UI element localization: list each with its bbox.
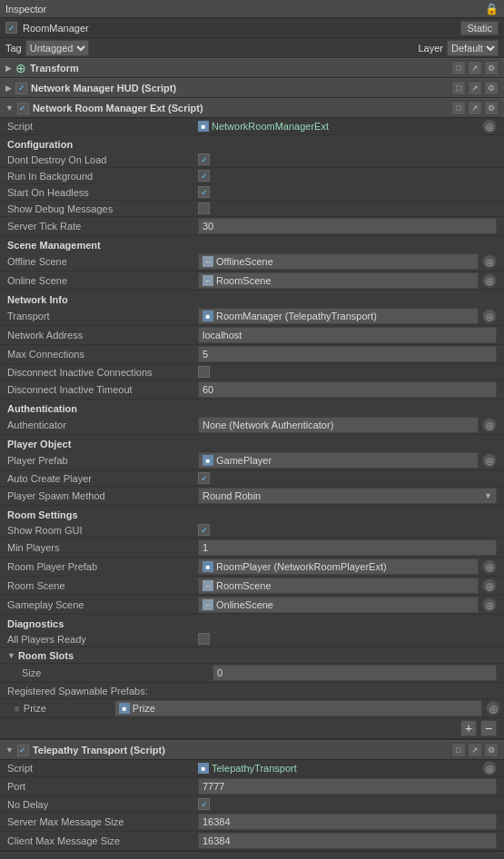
server-max-msg-row: Server Max Message Size <box>0 813 504 832</box>
network-manager-hud-header[interactable]: ▶ Network Manager HUD (Script) □ ↗ ⚙ <box>0 78 504 98</box>
telepathy-enabled-checkbox[interactable] <box>17 745 29 756</box>
auto-create-player-label: Auto Create Player <box>7 473 198 484</box>
player-spawn-label: Player Spawn Method <box>7 490 198 501</box>
player-spawn-dropdown[interactable]: Round Robin ▼ <box>198 488 497 504</box>
nrm-icon-1[interactable]: □ <box>451 101 466 115</box>
port-input[interactable] <box>198 778 497 795</box>
start-headless-row: Start On Headless <box>0 184 504 201</box>
room-scene-icon: ← <box>203 580 213 591</box>
authenticator-value: None (Network Authenticator) <box>203 420 333 430</box>
tag-layer-row: Tag Untagged Layer Default <box>0 38 504 58</box>
network-address-input[interactable] <box>198 327 497 343</box>
player-prefab-row: Player Prefab ■ GamePlayer ◎ <box>0 451 504 470</box>
nrm-script-row: Script ■ NetworkRoomManagerExt ◎ <box>0 118 504 135</box>
hud-enabled-checkbox[interactable] <box>15 83 27 94</box>
gameplay-scene-value: OnlineScene <box>216 599 273 610</box>
auto-create-player-checkbox[interactable] <box>198 472 210 484</box>
player-prefab-dropdown[interactable]: ■ GamePlayer <box>198 452 479 469</box>
run-background-checkbox[interactable] <box>198 170 210 182</box>
min-players-input[interactable] <box>198 539 497 556</box>
prize-dropdown[interactable]: ■ Prize <box>114 700 482 716</box>
network-address-label: Network Address <box>7 330 198 341</box>
telepathy-icon-2[interactable]: ↗ <box>468 743 482 757</box>
nrm-enabled-checkbox[interactable] <box>17 103 29 114</box>
telepathy-icon-3[interactable]: ⚙ <box>484 743 499 757</box>
prize-row: ≡ Prize ■ Prize ◎ <box>0 699 504 718</box>
prize-value: Prize <box>133 703 155 714</box>
player-prefab-circle[interactable]: ◎ <box>482 453 497 468</box>
transform-icon-2[interactable]: ↗ <box>468 61 482 75</box>
prize-circle[interactable]: ◎ <box>486 701 500 716</box>
authenticator-dropdown[interactable]: None (Network Authenticator) <box>198 417 479 433</box>
server-tick-input[interactable] <box>198 218 497 234</box>
nrm-icons: □ ↗ ⚙ <box>451 101 499 115</box>
no-delay-checkbox[interactable] <box>198 798 210 810</box>
add-prefab-button[interactable]: + <box>460 720 477 736</box>
room-player-prefab-dropdown[interactable]: ■ RoomPlayer (NetworkRoomPlayerExt) <box>198 558 479 575</box>
hud-icon-1[interactable]: □ <box>451 81 466 95</box>
max-connections-label: Max Connections <box>7 349 198 360</box>
room-scene-value: RoomScene <box>216 580 272 591</box>
transport-circle[interactable]: ◎ <box>482 309 497 323</box>
remove-prefab-button[interactable]: − <box>480 720 497 736</box>
offline-scene-circle[interactable]: ◎ <box>482 254 497 269</box>
room-player-prefab-icon: ■ <box>203 561 213 572</box>
room-scene-dropdown[interactable]: ← RoomScene <box>198 578 479 594</box>
show-debug-checkbox[interactable] <box>198 202 210 214</box>
room-scene-circle[interactable]: ◎ <box>482 578 497 593</box>
room-slots-size-input[interactable] <box>212 665 497 681</box>
nrm-title: Network Room Manager Ext (Script) <box>33 103 203 114</box>
gameplay-scene-label: Gameplay Scene <box>7 599 198 610</box>
network-room-manager-header[interactable]: ▼ Network Room Manager Ext (Script) □ ↗ … <box>0 98 504 118</box>
authenticator-circle[interactable]: ◎ <box>482 418 497 432</box>
offline-scene-dropdown[interactable]: ← OfflineScene <box>198 253 479 270</box>
layer-select[interactable]: Default <box>447 40 499 56</box>
room-slots-foldout[interactable]: ▼ Room Slots <box>0 647 504 664</box>
nrm-icon-2[interactable]: ↗ <box>468 101 482 115</box>
room-player-prefab-circle[interactable]: ◎ <box>482 559 497 574</box>
server-max-msg-input[interactable] <box>198 814 497 830</box>
telepathy-transport-header[interactable]: ▼ Telepathy Transport (Script) □ ↗ ⚙ <box>0 740 504 760</box>
disconnect-timeout-input[interactable] <box>198 381 497 398</box>
all-players-ready-checkbox[interactable] <box>198 633 210 645</box>
no-delay-row: No Delay <box>0 796 504 813</box>
client-max-msg-input[interactable] <box>198 833 497 849</box>
gameplay-scene-circle[interactable]: ◎ <box>482 597 497 612</box>
start-headless-checkbox[interactable] <box>198 186 210 198</box>
telepathy-title: Telepathy Transport (Script) <box>33 745 165 755</box>
room-settings-title: Room Settings <box>0 506 504 522</box>
max-connections-input[interactable] <box>198 346 497 362</box>
transport-dropdown[interactable]: ■ RoomManager (TelepathyTransport) <box>198 308 479 324</box>
tag-select[interactable]: Untagged <box>25 40 89 56</box>
telepathy-script-icon: ■ <box>198 763 209 774</box>
transform-section-header[interactable]: ▶ ⊕ Transform □ ↗ ⚙ <box>0 58 504 78</box>
offline-scene-icon: ← <box>203 256 213 267</box>
authenticator-label: Authenticator <box>7 420 198 430</box>
room-slots-arrow: ▼ <box>7 651 15 660</box>
dont-destroy-checkbox[interactable] <box>198 153 210 165</box>
transport-value: RoomManager (TelepathyTransport) <box>216 311 377 321</box>
hud-icon-3[interactable]: ⚙ <box>484 81 499 95</box>
static-button[interactable]: Static <box>460 21 499 35</box>
lock-icon[interactable]: 🔒 <box>485 3 499 15</box>
nrm-script-circle-btn[interactable]: ◎ <box>482 119 497 133</box>
room-player-prefab-value: RoomPlayer (NetworkRoomPlayerExt) <box>216 561 387 572</box>
disconnect-inactive-checkbox[interactable] <box>198 366 210 378</box>
telepathy-icon-1[interactable]: □ <box>451 743 466 757</box>
gameplay-scene-icon: ← <box>203 599 213 610</box>
show-room-gui-checkbox[interactable] <box>198 524 210 536</box>
object-enabled-checkbox[interactable] <box>5 22 17 34</box>
transform-icons: □ ↗ ⚙ <box>451 61 499 75</box>
online-scene-dropdown[interactable]: ← RoomScene <box>198 272 479 289</box>
hud-title: Network Manager HUD (Script) <box>31 83 176 94</box>
nrm-icon-3[interactable]: ⚙ <box>484 101 499 115</box>
transform-icon-1[interactable]: □ <box>451 61 466 75</box>
telepathy-script-circle[interactable]: ◎ <box>482 761 497 775</box>
gameplay-scene-dropdown[interactable]: ← OnlineScene <box>198 597 479 613</box>
auto-create-player-row: Auto Create Player <box>0 470 504 487</box>
online-scene-circle[interactable]: ◎ <box>482 273 497 288</box>
transform-icon-3[interactable]: ⚙ <box>484 61 499 75</box>
hud-icon-2[interactable]: ↗ <box>468 81 482 95</box>
transform-icon: ⊕ <box>15 61 26 75</box>
player-prefab-icon: ■ <box>203 455 213 466</box>
